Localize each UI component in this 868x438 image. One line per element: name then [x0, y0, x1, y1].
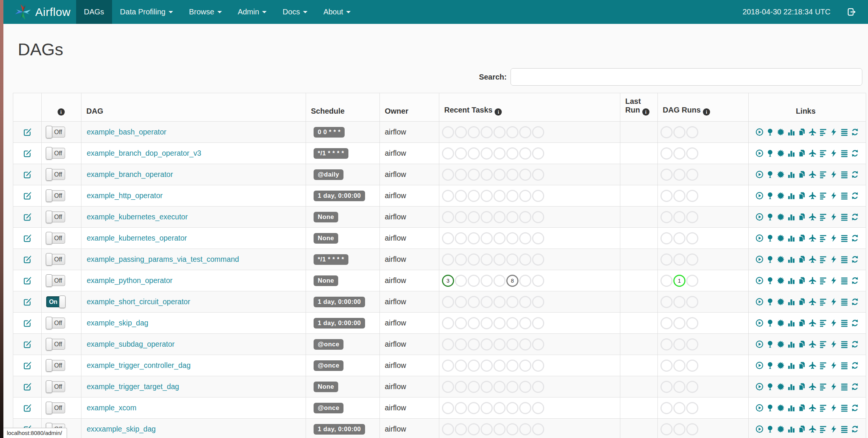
task-state-circle-empty[interactable] [660, 381, 673, 393]
task-state-circle-empty[interactable] [468, 338, 480, 350]
task-state-circle-empty[interactable] [686, 211, 698, 223]
task-state-circle-empty[interactable] [673, 169, 685, 181]
task-tries-icon[interactable] [798, 213, 806, 221]
task-state-circle-empty[interactable] [493, 211, 506, 223]
task-state-circle-empty[interactable] [660, 423, 673, 435]
task-state-circle-empty[interactable] [660, 338, 673, 350]
task-state-circle-empty[interactable] [506, 232, 518, 244]
task-state-circle-empty[interactable] [493, 169, 506, 181]
task-duration-icon[interactable] [787, 404, 795, 412]
task-state-circle-empty[interactable] [519, 423, 531, 435]
logs-icon[interactable] [840, 383, 848, 391]
task-state-circle-empty[interactable] [660, 211, 673, 223]
refresh-icon[interactable] [851, 171, 859, 178]
task-state-circle-empty[interactable] [686, 275, 698, 287]
task-tries-icon[interactable] [798, 404, 806, 412]
task-state-circle-empty[interactable] [442, 338, 454, 350]
task-state-circle-empty[interactable] [455, 126, 467, 138]
task-state-circle-empty[interactable] [660, 126, 673, 138]
task-state-circle-empty[interactable] [686, 381, 698, 393]
tree-view-icon[interactable] [766, 383, 774, 391]
dag-link[interactable]: example_kubernetes_executor [81, 213, 188, 221]
gantt-view-icon[interactable] [819, 192, 827, 200]
task-tries-icon[interactable] [798, 277, 806, 285]
nav-item-data-profiling[interactable]: Data Profiling [112, 0, 181, 24]
task-tries-icon[interactable] [798, 149, 806, 157]
task-state-circle-empty[interactable] [442, 317, 454, 329]
task-duration-icon[interactable] [787, 149, 795, 157]
logs-icon[interactable] [840, 234, 848, 242]
task-state-circle-empty[interactable] [519, 169, 531, 181]
task-state-circle-empty[interactable] [481, 296, 493, 308]
task-state-circle-empty[interactable] [506, 402, 518, 414]
landing-times-icon[interactable] [809, 192, 816, 200]
gantt-view-icon[interactable] [819, 340, 827, 348]
task-state-circle-empty[interactable] [673, 338, 685, 350]
task-state-circle-empty[interactable] [442, 232, 454, 244]
task-state-circle-empty[interactable] [673, 360, 685, 372]
gantt-view-icon[interactable] [819, 255, 827, 263]
dag-pause-toggle[interactable]: Off [46, 233, 65, 244]
task-state-circle-empty[interactable] [442, 147, 454, 160]
dag-link[interactable]: example_python_operator [81, 276, 173, 285]
task-state-circle-empty[interactable] [442, 423, 454, 435]
refresh-icon[interactable] [851, 213, 859, 221]
code-view-icon[interactable] [830, 277, 838, 285]
task-state-circle-empty[interactable] [493, 190, 506, 202]
tree-view-icon[interactable] [766, 149, 774, 157]
trigger-dag-icon[interactable] [756, 255, 763, 263]
task-state-circle-empty[interactable] [686, 360, 698, 372]
task-state-circle-empty[interactable] [455, 381, 467, 393]
logs-icon[interactable] [840, 404, 848, 412]
tree-view-icon[interactable] [766, 234, 774, 242]
task-state-circle-empty[interactable] [481, 360, 493, 372]
task-state-circle-empty[interactable] [442, 126, 454, 138]
dag-link[interactable]: example_passing_params_via_test_command [81, 255, 239, 264]
code-view-icon[interactable] [830, 361, 838, 369]
trigger-dag-icon[interactable] [756, 149, 763, 157]
task-state-circle-empty[interactable] [493, 402, 506, 414]
landing-times-icon[interactable] [809, 404, 816, 412]
task-state-circle-empty[interactable] [481, 169, 493, 181]
task-state-circle-empty[interactable] [493, 147, 506, 160]
trigger-dag-icon[interactable] [756, 425, 763, 433]
landing-times-icon[interactable] [809, 361, 816, 369]
task-state-circle-empty[interactable] [455, 232, 467, 244]
task-state-circle-empty[interactable] [673, 211, 685, 223]
refresh-icon[interactable] [851, 128, 859, 136]
dag-pause-toggle[interactable]: Off [46, 190, 65, 201]
search-input[interactable] [510, 68, 862, 86]
graph-view-icon[interactable] [777, 213, 785, 221]
task-state-circle-empty[interactable] [493, 126, 506, 138]
task-state-circle-empty[interactable] [660, 402, 673, 414]
task-state-circle-empty[interactable] [660, 360, 673, 372]
dag-link[interactable]: exxxample_skip_dag [81, 425, 156, 433]
task-duration-icon[interactable] [787, 192, 795, 200]
task-state-circle-empty[interactable] [468, 253, 480, 266]
task-state-circle-running[interactable]: 1 [673, 275, 685, 287]
task-state-circle-empty[interactable] [455, 190, 467, 202]
dag-pause-toggle[interactable]: Off [46, 402, 65, 413]
task-state-circle-empty[interactable] [481, 402, 493, 414]
code-view-icon[interactable] [830, 149, 838, 157]
task-state-circle-empty[interactable] [532, 169, 544, 181]
task-state-circle-empty[interactable] [532, 190, 544, 202]
task-state-circle-empty[interactable] [506, 423, 518, 435]
refresh-icon[interactable] [851, 340, 859, 348]
task-state-circle-empty[interactable] [532, 402, 544, 414]
task-state-circle-empty[interactable] [468, 147, 480, 160]
task-state-circle-empty[interactable] [686, 253, 698, 266]
dag-link[interactable]: example_branch_dop_operator_v3 [81, 149, 201, 158]
task-state-circle-queued[interactable]: 8 [506, 275, 518, 287]
task-state-circle-empty[interactable] [455, 296, 467, 308]
task-state-circle-empty[interactable] [468, 423, 480, 435]
task-state-circle-empty[interactable] [481, 253, 493, 266]
task-state-circle-empty[interactable] [519, 360, 531, 372]
nav-item-dags[interactable]: DAGs [76, 0, 112, 24]
dag-pause-toggle[interactable]: Off [46, 211, 65, 222]
task-state-circle-empty[interactable] [506, 296, 518, 308]
dag-pause-toggle[interactable]: Off [46, 127, 65, 138]
dag-pause-toggle[interactable]: Off [46, 360, 65, 371]
task-state-circle-empty[interactable] [519, 190, 531, 202]
task-state-circle-empty[interactable] [519, 338, 531, 350]
